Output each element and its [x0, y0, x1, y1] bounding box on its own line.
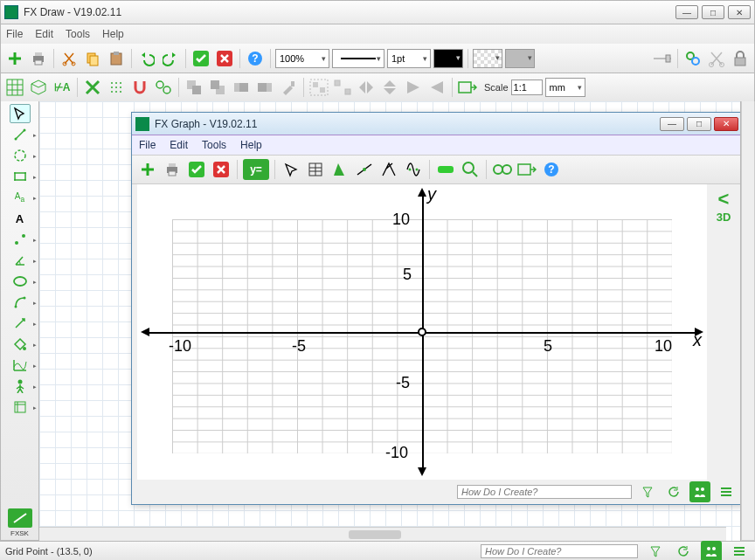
child-help-button[interactable]: ?	[541, 159, 562, 180]
zoom-button[interactable]	[460, 159, 481, 180]
undo-button[interactable]	[136, 48, 157, 69]
label-tool[interactable]: Aa▸	[10, 188, 31, 207]
help-button[interactable]: ?	[245, 48, 266, 69]
text-tool[interactable]: A	[10, 209, 31, 228]
child-menu-help[interactable]: Help	[240, 139, 262, 151]
export-graph-button[interactable]	[516, 159, 537, 180]
line-weight-combo[interactable]: 1pt	[387, 49, 431, 68]
copy-button[interactable]	[82, 48, 103, 69]
mask-button[interactable]	[492, 159, 513, 180]
child-titlebar[interactable]: FX Graph - V19.02.11 — □ ✕	[132, 113, 741, 135]
accept-button[interactable]	[190, 48, 211, 69]
dots-button[interactable]	[106, 77, 127, 98]
equation-button[interactable]: y=	[243, 159, 269, 180]
units-combo[interactable]: mm	[545, 78, 585, 97]
slider-icon[interactable]	[652, 48, 673, 69]
canvas-area[interactable]: FX Graph - V19.02.11 — □ ✕ File Edit Too…	[39, 101, 741, 541]
circle-tool[interactable]: ▸	[10, 146, 31, 165]
maximize-button[interactable]: □	[702, 5, 724, 19]
person-tool[interactable]: ▸	[10, 377, 31, 396]
fill-color-picker[interactable]	[505, 49, 535, 68]
redo-button[interactable]	[160, 48, 181, 69]
line-style-combo[interactable]	[332, 49, 384, 68]
close-button[interactable]: ✕	[728, 5, 751, 19]
grid-button[interactable]	[4, 77, 25, 98]
backward-button[interactable]	[254, 77, 275, 98]
child-people-icon[interactable]	[689, 481, 710, 502]
child-menu-icon[interactable]	[716, 481, 737, 502]
print-button[interactable]	[28, 48, 49, 69]
status-people-icon[interactable]	[701, 541, 722, 561]
tangent-button[interactable]	[354, 159, 375, 180]
add-button[interactable]	[4, 48, 25, 69]
isometric-grid-button[interactable]	[28, 77, 49, 98]
menu-tools[interactable]: Tools	[66, 28, 90, 40]
ungroup-button[interactable]	[332, 77, 353, 98]
cancel-button[interactable]	[214, 48, 235, 69]
curve-tool[interactable]: ▸	[10, 293, 31, 312]
ellipse-tool[interactable]: ▸	[10, 272, 31, 291]
graph-tool[interactable]: ▸	[10, 356, 31, 375]
flip-v-button[interactable]	[379, 77, 400, 98]
child-accept-button[interactable]	[186, 159, 207, 180]
3d-toggle[interactable]: < 3D	[710, 188, 737, 224]
clip-tool[interactable]: ▸	[10, 398, 31, 417]
roots-button[interactable]	[403, 159, 424, 180]
rotate-button[interactable]	[403, 77, 424, 98]
zoom-combo[interactable]: 100%	[275, 49, 329, 68]
lock-button[interactable]	[730, 48, 751, 69]
select-tool[interactable]	[10, 104, 31, 123]
line-tool[interactable]: ▸	[10, 125, 31, 144]
bring-front-button[interactable]	[184, 77, 204, 98]
vector-tool[interactable]: ▸	[10, 314, 31, 333]
child-print-button[interactable]	[162, 159, 183, 180]
menu-help[interactable]: Help	[102, 28, 124, 40]
cut-button[interactable]	[59, 48, 80, 69]
child-add-button[interactable]	[137, 159, 158, 180]
paste-button[interactable]	[106, 48, 127, 69]
child-filter-icon[interactable]	[637, 481, 658, 502]
child-minimize-button[interactable]: —	[660, 117, 684, 131]
link2-button[interactable]	[153, 77, 174, 98]
status-menu-icon[interactable]	[729, 541, 750, 561]
menu-file[interactable]: File	[6, 28, 23, 40]
child-menu-edit[interactable]: Edit	[170, 139, 188, 151]
fill-pattern-picker[interactable]	[473, 49, 502, 68]
child-refresh-icon[interactable]	[663, 481, 684, 502]
main-search-input[interactable]	[481, 544, 638, 558]
minimize-button[interactable]: —	[675, 5, 698, 19]
intersect-button[interactable]	[378, 159, 399, 180]
child-cancel-button[interactable]	[211, 159, 232, 180]
point-tool[interactable]: ▸	[10, 230, 31, 249]
delete-x-button[interactable]	[82, 77, 103, 98]
rectangle-tool[interactable]: ▸	[10, 167, 31, 186]
fxsk-button[interactable]	[8, 508, 32, 528]
export-button[interactable]	[457, 77, 478, 98]
v-scrollbar[interactable]	[741, 101, 755, 541]
child-search-input[interactable]	[457, 485, 632, 499]
eraser-button[interactable]	[435, 159, 456, 180]
child-close-button[interactable]: ✕	[714, 117, 738, 131]
menu-edit[interactable]: Edit	[35, 28, 53, 40]
link-button[interactable]	[682, 48, 703, 69]
flip-h-button[interactable]	[356, 77, 377, 98]
fill-tool[interactable]: ▸	[10, 335, 31, 354]
rotate2-button[interactable]	[426, 77, 447, 98]
snap-text-button[interactable]: ⊬A	[52, 77, 73, 98]
magnet-button[interactable]	[129, 77, 150, 98]
status-refresh-icon[interactable]	[673, 541, 694, 561]
child-menu-file[interactable]: File	[139, 139, 156, 151]
child-select-tool[interactable]	[281, 159, 301, 180]
h-scrollbar[interactable]	[39, 527, 726, 541]
forward-button[interactable]	[231, 77, 252, 98]
status-filter-icon[interactable]	[645, 541, 666, 561]
graph-canvas[interactable]: x y 10 5 -5 -10 -10 -5 5 10	[137, 184, 707, 480]
send-back-button[interactable]	[207, 77, 228, 98]
child-menu-tools[interactable]: Tools	[202, 139, 226, 151]
scale-input[interactable]	[511, 80, 543, 95]
table-button[interactable]	[305, 159, 326, 180]
child-maximize-button[interactable]: □	[687, 117, 711, 131]
integral-button[interactable]	[329, 159, 350, 180]
angle-tool[interactable]: ▸	[10, 251, 31, 270]
group-button[interactable]	[308, 77, 329, 98]
